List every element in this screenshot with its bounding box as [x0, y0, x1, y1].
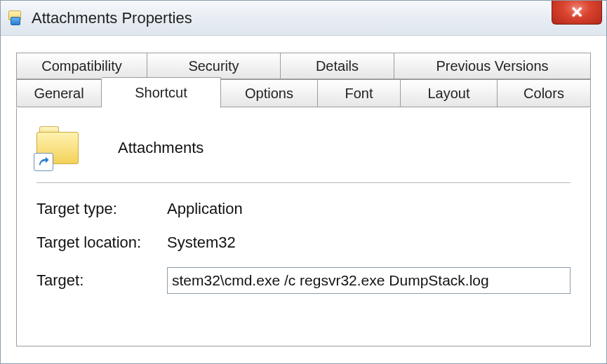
shortcut-panel: Attachments Target type: Application Tar… [16, 108, 591, 346]
target-type-label: Target type: [36, 200, 167, 218]
tab-details[interactable]: Details [281, 53, 394, 79]
target-location-value: System32 [167, 234, 571, 252]
tab-general[interactable]: General [16, 79, 102, 107]
target-row: Target: [36, 267, 571, 294]
target-label: Target: [36, 271, 167, 290]
tab-row-upper: Compatibility Security Details Previous … [16, 53, 591, 79]
properties-dialog: Attachments Properties ✕ Compatibility S… [0, 0, 607, 364]
shortcut-name-row: Attachments [36, 122, 571, 182]
target-type-row: Target type: Application [36, 200, 571, 218]
tab-layout[interactable]: Layout [401, 79, 498, 107]
tab-font[interactable]: Font [318, 79, 401, 107]
tab-container: Compatibility Security Details Previous … [16, 53, 591, 346]
tab-row-lower: General Shortcut Options Font Layout Col… [16, 79, 591, 108]
target-location-row: Target location: System32 [36, 234, 571, 252]
separator [36, 182, 571, 183]
tab-shortcut[interactable]: Shortcut [102, 77, 221, 108]
target-type-value: Application [167, 200, 571, 218]
shortcut-arrow-icon [34, 153, 53, 171]
content-area: Compatibility Security Details Previous … [1, 36, 606, 363]
tab-colors[interactable]: Colors [498, 79, 591, 107]
tab-previous-versions[interactable]: Previous Versions [394, 53, 591, 79]
close-button[interactable]: ✕ [552, 1, 602, 25]
folder-shortcut-icon [36, 126, 83, 170]
shortcut-app-icon [8, 10, 25, 27]
target-location-label: Target location: [36, 234, 167, 252]
tab-options[interactable]: Options [221, 79, 318, 107]
tab-security[interactable]: Security [147, 53, 281, 79]
window-title: Attachments Properties [32, 9, 192, 27]
tab-compatibility[interactable]: Compatibility [16, 53, 147, 79]
close-icon: ✕ [571, 4, 583, 22]
shortcut-name: Attachments [118, 139, 204, 157]
target-input[interactable] [167, 267, 571, 294]
titlebar: Attachments Properties ✕ [1, 1, 606, 36]
